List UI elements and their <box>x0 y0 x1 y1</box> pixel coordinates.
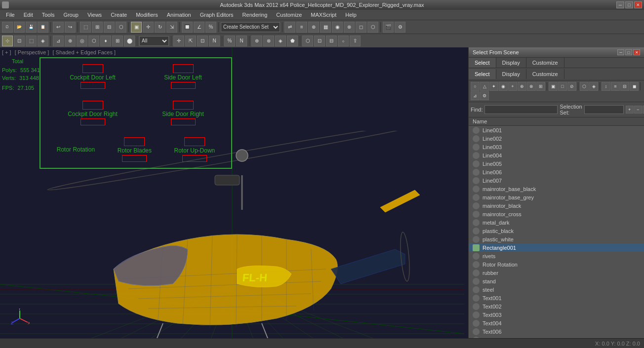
viewport[interactable]: [ + ] [ Perspective ] [ Shaded + Edged F… <box>0 47 468 338</box>
tb-btn-5[interactable]: ⊟ <box>104 22 115 33</box>
object-list[interactable]: Line001Line002Line003Line004Line005Line0… <box>469 126 644 338</box>
list-item[interactable]: Line007 <box>469 176 644 185</box>
tb2-btn4[interactable]: ⊿ <box>53 36 64 46</box>
subtab-display[interactable]: Display <box>496 69 526 79</box>
panel-minimize-button[interactable]: ─ <box>617 49 624 55</box>
menu-modifiers[interactable]: Modifiers <box>132 11 162 19</box>
tb2-btn24[interactable]: ⬦ <box>338 36 349 46</box>
maximize-button[interactable]: □ <box>625 1 633 8</box>
minimize-button[interactable]: ─ <box>616 1 624 8</box>
selection-set-input[interactable] <box>584 105 624 114</box>
select-mode-button[interactable]: ▣ <box>131 22 142 33</box>
snap-toggle-button[interactable]: 🔲 <box>182 22 193 33</box>
tb2-btn14[interactable]: N <box>209 36 220 46</box>
save-as-button[interactable]: 📋 <box>38 22 48 33</box>
cursor-button[interactable]: ⊹ <box>2 36 13 46</box>
tb2-btn9[interactable]: ⊞ <box>112 36 123 46</box>
list-item[interactable]: mainrotor_black <box>469 201 644 210</box>
panel-tb-layer-icon[interactable]: ≡ <box>611 82 620 91</box>
list-item[interactable]: Line006 <box>469 168 644 176</box>
tb-btn-6[interactable]: ⬡ <box>116 22 126 33</box>
percent-snap-button[interactable]: % <box>205 22 216 33</box>
tb2-btn2[interactable]: ⬚ <box>26 36 37 46</box>
menu-help[interactable]: Help <box>341 11 361 19</box>
subtab-select[interactable]: Select <box>469 69 496 79</box>
list-item[interactable]: Text003 <box>469 310 644 319</box>
menu-edit[interactable]: Edit <box>20 11 37 19</box>
tb2-btn13[interactable]: ⊡ <box>197 36 208 46</box>
list-item[interactable]: Text004 <box>469 319 644 327</box>
panel-maximize-button[interactable]: □ <box>625 49 632 55</box>
tb2-btn16[interactable]: N <box>236 36 247 46</box>
tb2-btn7[interactable]: ⬡ <box>88 36 99 46</box>
open-button[interactable]: 📂 <box>14 22 25 33</box>
tb2-btn17[interactable]: ⊕ <box>251 36 262 46</box>
panel-tb-type-icon[interactable]: ⊟ <box>620 82 629 91</box>
list-item[interactable]: steel <box>469 285 644 294</box>
panel-tb-sort-icon[interactable]: ↕ <box>602 82 610 91</box>
menu-file[interactable]: File <box>2 11 19 19</box>
tb2-btn11[interactable]: ✛ <box>173 36 184 46</box>
find-remove-icon[interactable]: − <box>634 106 642 114</box>
list-item[interactable]: Text006 <box>469 327 644 336</box>
list-item[interactable]: Line003 <box>469 143 644 151</box>
viewport-plus[interactable]: [ + ] <box>2 49 11 55</box>
rotate-button[interactable]: ↻ <box>155 22 165 33</box>
panel-tb-sel-invert-icon[interactable]: ⊘ <box>567 82 576 91</box>
tb2-btn18[interactable]: ⊗ <box>263 36 274 46</box>
tab-display[interactable]: Display <box>496 58 526 68</box>
undo-button[interactable]: ↩ <box>53 22 64 33</box>
tb2-btn8[interactable]: ♦ <box>100 36 111 46</box>
menu-rendering[interactable]: Rendering <box>239 11 272 19</box>
tb-btn-extra6[interactable]: ⬡ <box>367 22 378 33</box>
tab-select[interactable]: Select <box>469 58 496 68</box>
panel-tb-spacewarp-icon[interactable]: ⊕ <box>518 82 526 91</box>
scale-button[interactable]: ⇲ <box>166 22 177 33</box>
viewport-shading[interactable]: [ Shaded + Edged Faces ] <box>52 49 116 55</box>
subtab-customize2[interactable]: Customize <box>526 69 564 79</box>
panel-tb-all-icon[interactable]: ⊞ <box>536 82 545 91</box>
list-item[interactable]: stand <box>469 277 644 285</box>
menu-maxscript[interactable]: MAXScript <box>307 11 340 19</box>
panel-tb-options-icon[interactable]: ⚙ <box>480 91 489 100</box>
tb2-btn10[interactable]: ⬤ <box>124 36 135 46</box>
tb2-btn15[interactable]: % <box>224 36 235 46</box>
panel-tb-sphere-icon[interactable]: ○ <box>471 82 480 91</box>
find-add-icon[interactable]: + <box>626 106 634 114</box>
align-button[interactable]: ≡ <box>296 22 307 33</box>
close-button[interactable]: ✕ <box>634 1 642 8</box>
list-item[interactable]: Text002 <box>469 302 644 310</box>
viewport-perspective[interactable]: [ Perspective ] <box>15 49 49 55</box>
menu-views[interactable]: Views <box>83 11 106 19</box>
tb-btn-extra4[interactable]: ⊗ <box>344 22 355 33</box>
panel-tb-shape-icon[interactable]: △ <box>480 82 489 91</box>
list-item[interactable]: rubber <box>469 269 644 277</box>
list-item[interactable]: Rectangle001 <box>469 243 644 252</box>
tb2-btn25[interactable]: ⇪ <box>350 36 361 46</box>
list-item[interactable]: Rotor Rotation <box>469 260 644 269</box>
panel-tb-color-icon[interactable]: ◼ <box>630 82 639 91</box>
list-item[interactable]: Line002 <box>469 134 644 143</box>
panel-tb-camera-icon[interactable]: ◉ <box>499 82 508 91</box>
menu-group[interactable]: Group <box>59 11 82 19</box>
tb2-btn20[interactable]: ⬟ <box>287 36 298 46</box>
panel-tb-filter-icon[interactable]: ⊿ <box>471 91 480 100</box>
tb-btn-extra1[interactable]: ⊕ <box>308 22 319 33</box>
list-item[interactable]: plastic_white <box>469 235 644 243</box>
menu-tools[interactable]: Tools <box>38 11 59 19</box>
tab-customize[interactable]: Customize <box>526 58 564 68</box>
panel-tb-light-icon[interactable]: ✦ <box>489 82 498 91</box>
tb2-btn5[interactable]: ⊕ <box>65 36 76 46</box>
menu-graph-editors[interactable]: Graph Editors <box>196 11 238 19</box>
menu-create[interactable]: Create <box>107 11 131 19</box>
tb-btn-extra2[interactable]: ▦ <box>320 22 331 33</box>
list-item[interactable]: rivets <box>469 252 644 260</box>
panel-tb-sel-all-icon[interactable]: ▣ <box>549 82 558 91</box>
tb-btn-extra5[interactable]: ◻ <box>356 22 366 33</box>
redo-button[interactable]: ↪ <box>65 22 76 33</box>
tb2-btn21[interactable]: ⬡ <box>302 36 313 46</box>
render-button[interactable]: 🎬 <box>383 22 394 33</box>
named-selection-set[interactable]: Create Selection Set <box>221 22 280 32</box>
list-item[interactable]: Line004 <box>469 151 644 159</box>
list-item[interactable]: metal_dark <box>469 218 644 227</box>
